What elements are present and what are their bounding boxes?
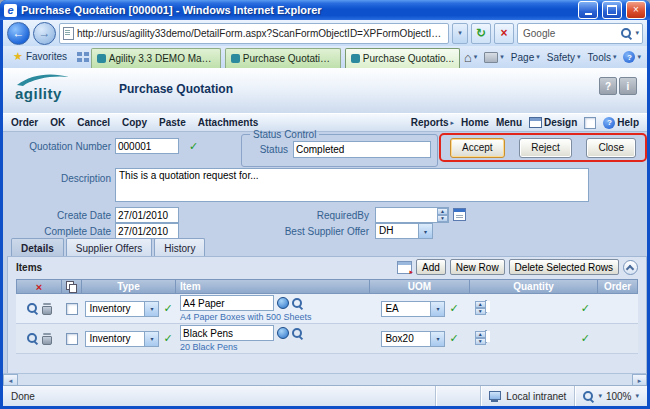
design-checkbox[interactable] <box>584 117 596 129</box>
dropdown-arrow-icon[interactable]: ▾ <box>430 302 444 316</box>
spinner-icon[interactable]: ▲▼ <box>475 301 486 312</box>
design-icon <box>529 117 542 128</box>
security-zone: Local intranet <box>480 386 574 406</box>
table-row: Inventory ▾ ✓ 20 Black Pens <box>16 324 638 354</box>
toolbar-item-attachments[interactable]: Attachments <box>198 117 259 128</box>
item-input[interactable] <box>180 325 274 341</box>
stop-button[interactable]: × <box>494 23 514 44</box>
preview-row-icon[interactable] <box>27 333 38 344</box>
status-message: Done <box>3 391 35 402</box>
browser-tab-1[interactable]: Agility 3.3 DEMO Mast... <box>91 48 221 68</box>
new-row-button[interactable]: New Row <box>450 259 505 275</box>
accept-button[interactable]: Accept <box>450 138 505 158</box>
safety-menu[interactable]: Safety ▾ <box>547 52 581 63</box>
dropdown-arrow-icon[interactable]: ▾ <box>144 332 158 346</box>
toolbar-item-help[interactable]: ? Help <box>603 117 639 129</box>
create-date-label: Create Date <box>9 210 111 221</box>
required-by-input[interactable]: ▲▼ <box>375 207 449 223</box>
type-select[interactable]: Inventory ▾ <box>85 301 159 317</box>
toolbar-item-menu[interactable]: Menu <box>496 117 522 128</box>
reject-button[interactable]: Reject <box>519 138 571 158</box>
tab-history[interactable]: History <box>154 238 205 257</box>
description-input[interactable]: This is a quotation request for... <box>115 168 589 202</box>
url-dropdown-icon[interactable]: ▾ <box>452 23 468 44</box>
preview-row-icon[interactable] <box>27 303 38 314</box>
complete-date-input[interactable] <box>115 223 179 239</box>
minimize-button[interactable] <box>578 1 598 19</box>
print-button[interactable]: ▾ <box>484 52 504 63</box>
spinner-icon[interactable]: ▲▼ <box>437 208 448 222</box>
quotation-number-input[interactable] <box>115 138 179 154</box>
create-date-input[interactable] <box>115 207 179 223</box>
toolbar-item-design[interactable]: Design <box>529 117 577 128</box>
toolbar-item-cancel[interactable]: Cancel <box>77 117 110 128</box>
page-title: Purchase Quotation <box>119 82 233 96</box>
best-supplier-offer-label: Best Supplier Offer <box>263 226 369 237</box>
toolbar-item-ok[interactable]: OK <box>50 117 65 128</box>
help-icon: ? <box>623 51 635 63</box>
lookup-globe-icon[interactable] <box>277 327 289 339</box>
browser-tab-2[interactable]: Purchase Quotations <box>225 48 341 68</box>
items-header: Items Add New Row Delete Selected Rows <box>8 257 646 277</box>
uom-select[interactable]: Box20 ▾ <box>381 331 445 347</box>
close-button[interactable]: Close <box>586 138 636 158</box>
tab-favicon <box>351 54 360 63</box>
refresh-button[interactable]: ↻ <box>471 23 491 44</box>
window-title: Purchase Quotation [000001] - Windows In… <box>21 4 574 16</box>
add-button[interactable]: Add <box>416 259 446 275</box>
type-select[interactable]: Inventory ▾ <box>85 331 159 347</box>
url-box[interactable]: http://ursus/agility33demo/DetailForm.as… <box>59 23 449 44</box>
dropdown-arrow-icon[interactable]: ▾ <box>430 332 444 346</box>
toolbar-item-home[interactable]: Home <box>461 117 489 128</box>
grid-menu-icon[interactable] <box>397 261 412 274</box>
lookup-globe-icon[interactable] <box>277 297 289 309</box>
tab-details[interactable]: Details <box>11 238 64 257</box>
toolbar-item-paste[interactable]: Paste <box>159 117 186 128</box>
app-info-button[interactable]: i <box>619 77 637 95</box>
delete-selected-rows-button[interactable]: Delete Selected Rows <box>509 259 619 275</box>
dropdown-arrow-icon[interactable]: ▾ <box>144 302 158 316</box>
row-checkbox[interactable] <box>66 333 78 345</box>
search-icon[interactable] <box>621 28 632 39</box>
row-checkbox[interactable] <box>66 303 78 315</box>
delete-row-icon[interactable] <box>42 303 52 315</box>
close-window-button[interactable]: × <box>626 1 646 19</box>
quantity-stepper[interactable]: ▲▼ <box>485 331 577 347</box>
best-supplier-offer-select[interactable]: DH ▾ <box>375 223 433 239</box>
tab-supplier-offers[interactable]: Supplier Offers <box>66 238 153 257</box>
search-box[interactable]: ▾ <box>517 23 643 44</box>
search-dropdown-icon[interactable]: ▾ <box>635 29 639 37</box>
app-help-button[interactable]: ? <box>599 77 617 95</box>
valid-check-icon: ✓ <box>581 302 590 315</box>
item-search-icon[interactable] <box>292 298 303 309</box>
zoom-control[interactable]: ▾ 100% ▾ <box>574 386 647 406</box>
url-text: http://ursus/agility33demo/DetailForm.as… <box>77 28 445 39</box>
required-by-label: RequiredBy <box>281 210 369 221</box>
home-button[interactable]: ⌂ ▾ <box>464 51 477 64</box>
quantity-stepper[interactable]: ▲▼ <box>485 301 577 317</box>
status-input[interactable] <box>293 141 431 158</box>
dropdown-arrow-icon[interactable]: ▾ <box>418 224 432 238</box>
toolbar-item-order[interactable]: Order <box>11 117 38 128</box>
toolbar-item-reports[interactable]: Reports ▸ <box>411 117 454 128</box>
item-search-icon[interactable] <box>292 328 303 339</box>
delete-row-icon[interactable] <box>42 333 52 345</box>
search-input[interactable] <box>521 27 618 40</box>
quick-tabs-icon[interactable] <box>77 52 87 64</box>
back-button[interactable]: ← <box>7 22 30 45</box>
calendar-icon[interactable] <box>453 208 466 221</box>
forward-button[interactable]: → <box>33 22 56 45</box>
details-panel: Items Add New Row Delete Selected Rows ×… <box>7 256 647 374</box>
ie-help-menu[interactable]: ? ▾ <box>623 51 641 63</box>
toolbar-item-copy[interactable]: Copy <box>122 117 147 128</box>
page-menu[interactable]: Page ▾ <box>511 52 540 63</box>
tools-menu[interactable]: Tools ▾ <box>588 52 617 63</box>
spinner-icon[interactable]: ▲▼ <box>475 331 486 342</box>
favorites-button[interactable]: ★ Favorites <box>7 46 73 66</box>
uom-select[interactable]: EA ▾ <box>381 301 445 317</box>
maximize-button[interactable] <box>602 1 622 19</box>
collapse-chevron-icon[interactable] <box>623 260 638 275</box>
item-input[interactable] <box>180 295 274 311</box>
browser-tab-3-active[interactable]: Purchase Quotatio... <box>345 48 460 68</box>
print-icon <box>484 52 498 63</box>
